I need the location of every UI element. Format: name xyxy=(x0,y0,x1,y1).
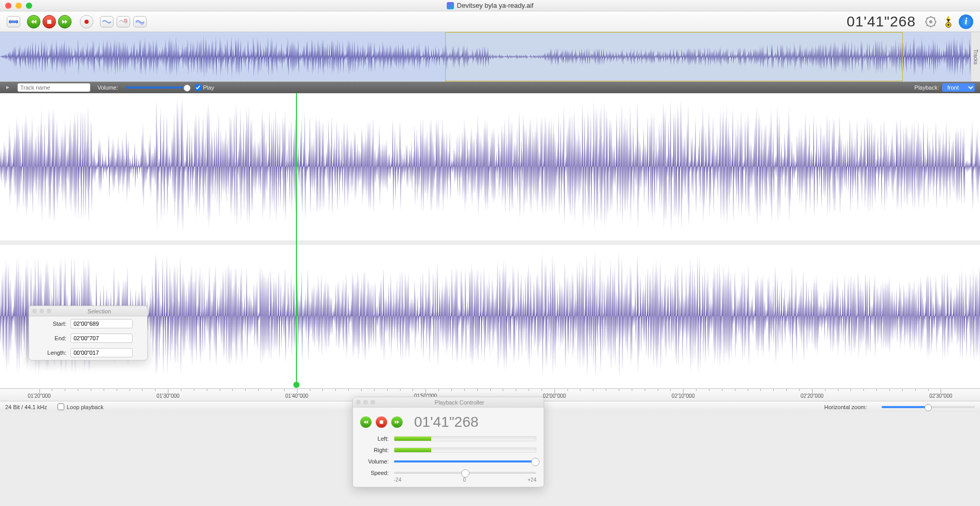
pb-volume-slider[interactable] xyxy=(394,460,536,462)
svg-point-16 xyxy=(947,24,949,26)
overview-selection[interactable] xyxy=(445,32,903,81)
svg-rect-1 xyxy=(47,20,51,24)
track-disclosure-icon[interactable] xyxy=(5,85,10,90)
minimize-window-button[interactable] xyxy=(16,3,22,9)
ruler-label: 01'40"000 xyxy=(285,393,308,399)
svg-line-13 xyxy=(927,25,928,26)
forward-button[interactable] xyxy=(58,15,72,28)
playback-select[interactable]: front xyxy=(942,83,975,92)
left-meter xyxy=(394,436,536,441)
selection-panel[interactable]: Selection Start: End: Length: xyxy=(29,306,148,360)
stop-button[interactable] xyxy=(42,15,56,28)
toolbar-time: 01'41"268 xyxy=(847,13,916,30)
track-play-label: Play xyxy=(203,84,214,91)
svg-rect-18 xyxy=(380,421,384,424)
selection-end-input[interactable] xyxy=(70,334,133,343)
app-icon xyxy=(447,2,454,9)
zoom-selection-button[interactable] xyxy=(7,16,20,27)
playback-label: Playback: xyxy=(914,84,939,91)
burn-button[interactable] xyxy=(941,15,956,29)
svg-line-12 xyxy=(934,25,935,26)
playhead[interactable] xyxy=(296,93,297,383)
ruler-label: 02'20"000 xyxy=(801,393,823,399)
tracks-sidebar-toggle[interactable]: Tracks xyxy=(971,32,980,81)
ruler-label: 02'00"000 xyxy=(543,393,566,399)
ruler-label: 01'30"000 xyxy=(157,393,179,399)
rewind-button[interactable] xyxy=(27,15,40,28)
ruler-label: 01'20"000 xyxy=(27,393,50,399)
track-header-bar: Volume: Play Playback: front xyxy=(0,82,980,93)
horizontal-zoom-slider[interactable] xyxy=(882,406,975,408)
ruler-label: 02'30"000 xyxy=(929,393,952,399)
svg-point-2 xyxy=(84,20,89,24)
pb-time-display: 01'41"268 xyxy=(414,414,478,430)
waveform-tool-3[interactable] xyxy=(133,16,147,27)
selection-panel-header[interactable]: Selection xyxy=(29,306,147,316)
svg-line-11 xyxy=(927,18,928,19)
window-titlebar: Devitsey byla ya-ready.aif xyxy=(0,0,980,11)
svg-line-4 xyxy=(125,19,127,21)
info-button[interactable]: i xyxy=(959,15,973,29)
selection-length-input[interactable] xyxy=(70,348,133,357)
volume-label: Volume: xyxy=(97,84,118,91)
audio-format-label: 24 Bit / 44.1 kHz xyxy=(5,404,47,410)
track-name-input[interactable] xyxy=(18,83,90,92)
overview-waveform[interactable]: Tracks xyxy=(0,32,980,82)
main-toolbar: 01'41"268 i xyxy=(0,11,980,32)
close-window-button[interactable] xyxy=(5,3,11,9)
pb-forward-button[interactable] xyxy=(391,416,403,428)
svg-rect-0 xyxy=(9,21,18,23)
loop-playback-label: Loop playback xyxy=(67,404,104,410)
svg-point-6 xyxy=(929,20,932,23)
svg-line-14 xyxy=(934,18,935,19)
track-play-checkbox[interactable] xyxy=(195,84,201,91)
ruler-label: 02'10"000 xyxy=(672,393,694,399)
playback-controller-panel[interactable]: Playback Controller 01'41"268 Left: Righ… xyxy=(352,397,544,487)
track-volume-slider[interactable] xyxy=(125,86,188,89)
waveform-tool-1[interactable] xyxy=(100,16,113,27)
waveform-tool-2[interactable] xyxy=(117,16,130,27)
horizontal-zoom-label: Horizontal zoom: xyxy=(824,404,867,410)
playback-panel-header[interactable]: Playback Controller xyxy=(353,397,544,408)
pb-speed-slider[interactable] xyxy=(394,472,536,474)
loop-playback-checkbox[interactable] xyxy=(58,403,64,410)
selection-start-input[interactable] xyxy=(70,319,133,328)
settings-button[interactable] xyxy=(924,15,938,29)
maximize-window-button[interactable] xyxy=(26,3,32,9)
waveform-channel-left[interactable] xyxy=(0,93,980,241)
record-button[interactable] xyxy=(80,15,93,28)
pb-rewind-button[interactable] xyxy=(360,416,372,428)
pb-stop-button[interactable] xyxy=(376,416,387,428)
right-meter xyxy=(394,447,536,453)
window-title: Devitsey byla ya-ready.aif xyxy=(457,2,534,9)
